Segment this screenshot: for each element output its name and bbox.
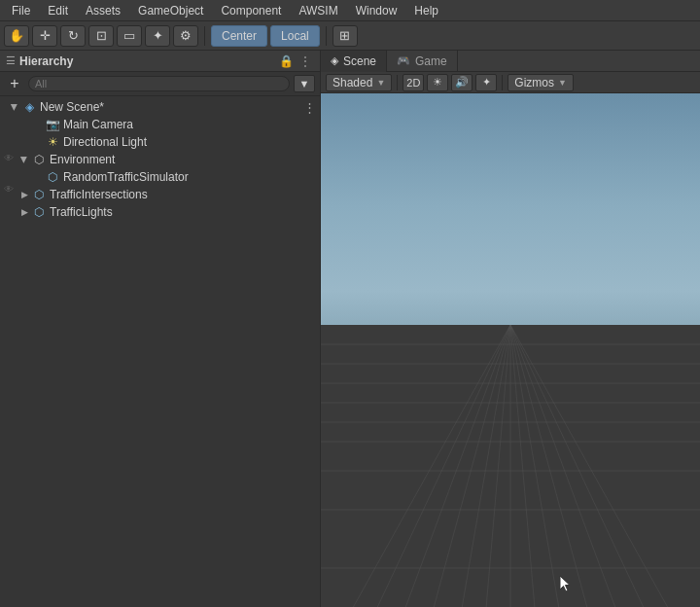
tab-game[interactable]: 🎮 Game [387, 51, 458, 72]
hierarchy-tree-view: ▶ ◈ New Scene* ⋮ 📷 Main Camera ☀ Directi… [0, 96, 320, 607]
hierarchy-search-bar: + ▼ [0, 72, 320, 96]
svg-line-16 [510, 325, 540, 607]
random-traffic-label: RandomTrafficSimulator [63, 170, 189, 184]
menu-window[interactable]: Window [348, 2, 405, 19]
menu-file[interactable]: File [4, 2, 38, 19]
custom-editor-tool-btn[interactable]: ⚙ [173, 25, 198, 47]
scene-grid [321, 325, 700, 607]
scene-grid-svg [321, 325, 700, 607]
move-tool-btn[interactable]: ✛ [32, 25, 57, 47]
pivot-local-btn[interactable]: Local [270, 25, 320, 47]
hierarchy-side-icon-2: 👁 [2, 182, 16, 196]
scene-audio-btn[interactable]: 🔊 [451, 74, 472, 91]
hierarchy-scene-item[interactable]: ▶ ◈ New Scene* ⋮ [0, 98, 320, 116]
svg-line-21 [510, 325, 700, 607]
scene-label: New Scene* [40, 100, 104, 114]
menu-help[interactable]: Help [406, 2, 446, 19]
scene-options-icon[interactable]: ⋮ [303, 100, 316, 115]
light-icon: ☀ [45, 134, 60, 150]
main-camera-label: Main Camera [63, 118, 133, 131]
scene-2d-label: 2D [406, 77, 420, 89]
pivot-center-btn[interactable]: Center [211, 25, 267, 47]
svg-line-14 [481, 325, 510, 607]
hierarchy-search-input[interactable] [28, 76, 290, 91]
svg-line-9 [321, 325, 510, 607]
svg-line-19 [510, 325, 637, 607]
gizmos-label: Gizmos [514, 76, 554, 89]
tab-scene[interactable]: ◈ Scene [321, 51, 387, 72]
scene-arrow-icon: ▶ [8, 100, 21, 114]
pivot-center-label: Center [222, 29, 257, 43]
game-tab-icon: 🎮 [397, 54, 410, 67]
scene-toolbar-sep-1 [397, 75, 398, 90]
scene-lighting-btn[interactable]: ☀ [427, 74, 448, 91]
scene-toolbar-sep-2 [502, 75, 503, 90]
shading-mode-dropdown[interactable]: Shaded ▼ [326, 74, 392, 91]
hierarchy-traffic-lights-item[interactable]: ▶ ⬡ TrafficLights [0, 203, 320, 221]
menu-component[interactable]: Component [213, 2, 289, 19]
hierarchy-title: Hierarchy [19, 54, 73, 68]
traffic-lights-label: TrafficLights [50, 205, 113, 219]
scale-tool-btn[interactable]: ⊡ [88, 25, 114, 47]
hierarchy-side-icon-1: 👁 [2, 151, 16, 164]
main-layout: ☰ Hierarchy 🔒 ⋮ + ▼ ▶ ◈ New Scene* ⋮ [0, 51, 700, 607]
hierarchy-options-btn[interactable]: ⋮ [297, 53, 314, 70]
rect-tool-btn[interactable]: ▭ [117, 25, 142, 47]
game-tab-label: Game [415, 54, 447, 68]
scene-effects-btn[interactable]: ✦ [475, 74, 497, 91]
hierarchy-directional-light-item[interactable]: ☀ Directional Light [0, 133, 320, 151]
grid-btn[interactable]: ⊞ [332, 25, 358, 47]
shading-mode-arrow-icon: ▼ [376, 78, 385, 88]
scene-icon: ◈ [21, 99, 37, 115]
hierarchy-random-traffic-item[interactable]: ⬡ RandomTrafficSimulator [0, 168, 320, 186]
traffic-lights-icon: ⬡ [31, 204, 47, 220]
hierarchy-filter-btn[interactable]: ▼ [294, 75, 315, 92]
svg-line-11 [384, 325, 510, 607]
scene-panel: ◈ Scene 🎮 Game Shaded ▼ 2D ☀ 🔊 ✦ Gizmo [321, 51, 700, 607]
traffic-intersections-icon: ⬡ [31, 187, 47, 202]
svg-line-17 [510, 325, 569, 607]
hierarchy-add-btn[interactable]: + [5, 75, 24, 92]
toolbar-separator-2 [326, 26, 327, 46]
environment-icon: ⬡ [31, 152, 47, 167]
directional-light-label: Directional Light [63, 135, 147, 149]
menu-gameobject[interactable]: GameObject [130, 2, 211, 19]
random-traffic-icon: ⬡ [45, 169, 60, 185]
scene-2d-btn[interactable]: 2D [402, 74, 424, 91]
svg-line-13 [452, 325, 510, 607]
hierarchy-main-camera-item[interactable]: 📷 Main Camera [0, 116, 320, 133]
environment-arrow-icon: ▶ [18, 153, 31, 166]
traffic-intersections-arrow-icon: ▶ [18, 188, 31, 201]
toolbar-separator-1 [204, 26, 205, 46]
hand-tool-btn[interactable]: ✋ [4, 25, 29, 47]
menu-awsim[interactable]: AWSIM [291, 2, 345, 19]
pivot-local-label: Local [281, 29, 309, 43]
hierarchy-environment-item[interactable]: ▶ ⬡ Environment [0, 151, 320, 168]
menu-bar: File Edit Assets GameObject Component AW… [0, 0, 700, 21]
scene-view[interactable] [321, 93, 700, 607]
menu-assets[interactable]: Assets [78, 2, 128, 19]
gizmos-dropdown[interactable]: Gizmos ▼ [508, 74, 574, 91]
scene-tab-label: Scene [343, 54, 376, 68]
hierarchy-lock-btn[interactable]: 🔒 [277, 53, 295, 70]
camera-icon: 📷 [45, 117, 60, 132]
toolbar: ✋ ✛ ↻ ⊡ ▭ ✦ ⚙ Center Local ⊞ [0, 21, 700, 51]
hierarchy-panel: ☰ Hierarchy 🔒 ⋮ + ▼ ▶ ◈ New Scene* ⋮ [0, 51, 321, 607]
transform-tool-btn[interactable]: ✦ [145, 25, 170, 47]
traffic-intersections-label: TrafficIntersections [50, 188, 148, 201]
scene-tab-icon: ◈ [331, 54, 338, 67]
traffic-lights-arrow-icon: ▶ [18, 205, 31, 219]
scene-toolbar: Shaded ▼ 2D ☀ 🔊 ✦ Gizmos ▼ [321, 72, 700, 93]
hierarchy-traffic-intersections-item[interactable]: ▶ ⬡ TrafficIntersections [0, 186, 320, 203]
environment-label: Environment [50, 153, 115, 166]
hierarchy-panel-icon: ☰ [6, 54, 16, 67]
scene-tabs-bar: ◈ Scene 🎮 Game [321, 51, 700, 72]
menu-edit[interactable]: Edit [40, 2, 76, 19]
rotate-tool-btn[interactable]: ↻ [60, 25, 86, 47]
gizmos-arrow-icon: ▼ [558, 78, 567, 88]
shading-mode-label: Shaded [332, 76, 372, 89]
hierarchy-header: ☰ Hierarchy 🔒 ⋮ [0, 51, 320, 72]
